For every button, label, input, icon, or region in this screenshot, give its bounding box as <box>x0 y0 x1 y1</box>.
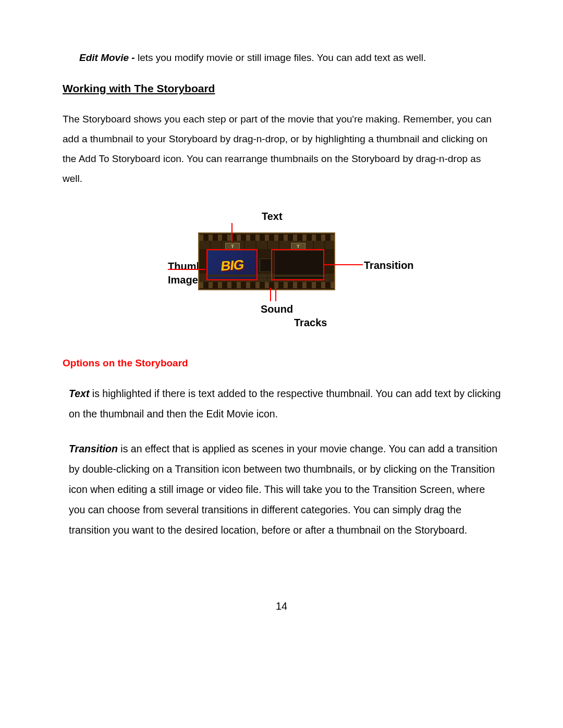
callout-sound-line2: Tracks <box>261 317 327 328</box>
callout-text: Text <box>262 209 283 223</box>
option-transition-paragraph: Transition is an effect that is applied … <box>69 439 501 540</box>
sprocket-row-top <box>199 235 334 241</box>
option-text-paragraph: Text is highlighted if there is text add… <box>69 384 501 424</box>
leader-line-transition <box>323 264 363 265</box>
edit-movie-label: Edit Movie - <box>79 52 138 63</box>
callout-thumbnail-line2: Image <box>168 274 198 286</box>
storyboard-strip: T T BIG <box>198 232 335 290</box>
edit-movie-desc: lets you modify movie or still image fil… <box>138 52 426 63</box>
section-heading: Working with The Storyboard <box>63 82 501 95</box>
storyboard-figure: Text Thumbnail Image Transition Sound Tr… <box>63 209 501 345</box>
options-heading: Options on the Storyboard <box>63 357 501 369</box>
option-text-label: Text <box>69 388 89 399</box>
leader-line-sound-2 <box>275 288 276 301</box>
track-decor-top <box>199 241 334 249</box>
callout-sound-tracks: Sound Tracks <box>261 302 327 329</box>
red-highlight-thumbnail <box>206 249 258 280</box>
intro-line: Edit Movie - lets you modify movie or st… <box>79 48 501 68</box>
callout-sound-line1: Sound <box>261 303 293 315</box>
leader-line-text <box>231 223 232 242</box>
sprocket-row-bottom <box>199 282 334 288</box>
transition-slot <box>260 258 272 272</box>
option-transition-label: Transition <box>69 443 118 454</box>
page-number: 14 <box>0 600 563 612</box>
callout-transition: Transition <box>364 258 414 272</box>
storyboard-paragraph: The Storyboard shows you each step or pa… <box>63 109 501 189</box>
option-transition-body: is an effect that is applied as scenes i… <box>69 443 497 536</box>
red-highlight-transition <box>271 249 324 280</box>
document-page: Edit Movie - lets you modify movie or st… <box>0 0 563 728</box>
option-text-body: is highlighted if there is text added to… <box>69 388 501 419</box>
leader-line-sound-1 <box>270 288 271 301</box>
leader-line-thumbnail <box>168 269 205 270</box>
